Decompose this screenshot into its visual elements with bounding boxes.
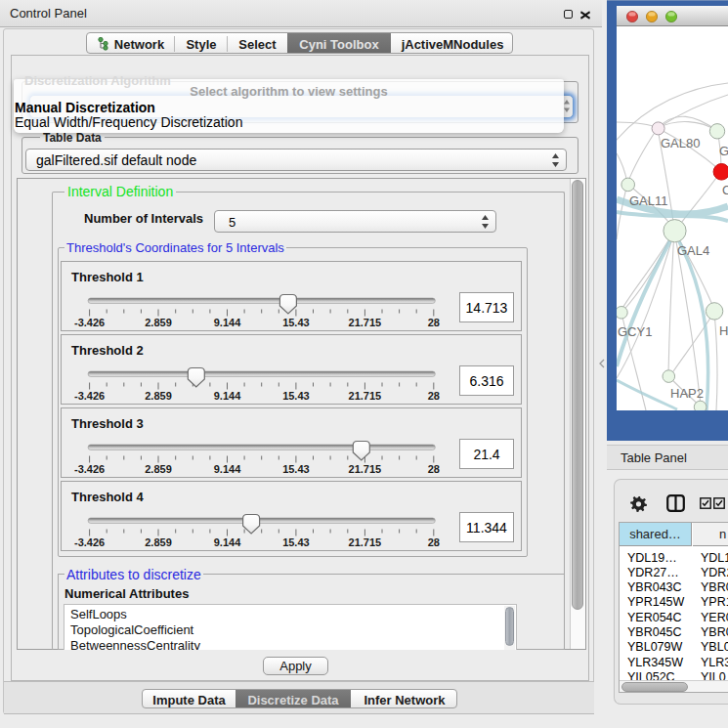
svg-text:C: C: [722, 183, 728, 197]
svg-text:H: H: [719, 323, 728, 338]
svg-text:28: 28: [428, 536, 440, 548]
svg-text:21.715: 21.715: [349, 390, 382, 402]
svg-text:15.43: 15.43: [282, 536, 310, 548]
svg-text:9.144: 9.144: [214, 317, 241, 328]
svg-text:28: 28: [428, 463, 440, 475]
svg-text:GAL80: GAL80: [661, 136, 700, 150]
svg-text:15.43: 15.43: [282, 390, 310, 402]
svg-text:9.144: 9.144: [214, 536, 241, 548]
svg-text:-3.426: -3.426: [74, 317, 105, 328]
svg-text:2.859: 2.859: [145, 317, 172, 328]
svg-text:GAL11: GAL11: [629, 193, 668, 208]
svg-text:2.859: 2.859: [145, 463, 172, 475]
svg-text:21.715: 21.715: [349, 536, 382, 548]
svg-text:28: 28: [428, 390, 440, 402]
svg-text:21.715: 21.715: [349, 317, 382, 328]
svg-text:15.43: 15.43: [282, 317, 310, 328]
svg-text:G.: G.: [719, 144, 728, 158]
svg-text:15.43: 15.43: [282, 463, 310, 475]
svg-text:21.715: 21.715: [349, 463, 382, 475]
svg-text:28: 28: [428, 317, 440, 328]
svg-text:9.144: 9.144: [214, 390, 241, 402]
svg-text:-3.426: -3.426: [74, 536, 105, 548]
svg-text:-3.426: -3.426: [74, 463, 105, 475]
svg-text:9.144: 9.144: [214, 463, 241, 475]
svg-text:2.859: 2.859: [145, 536, 172, 548]
svg-text:GCY1: GCY1: [618, 324, 652, 339]
svg-text:2.859: 2.859: [145, 390, 172, 402]
svg-text:GAL4: GAL4: [677, 243, 709, 258]
svg-text:-3.426: -3.426: [74, 390, 105, 402]
svg-text:HAP2: HAP2: [670, 386, 704, 401]
